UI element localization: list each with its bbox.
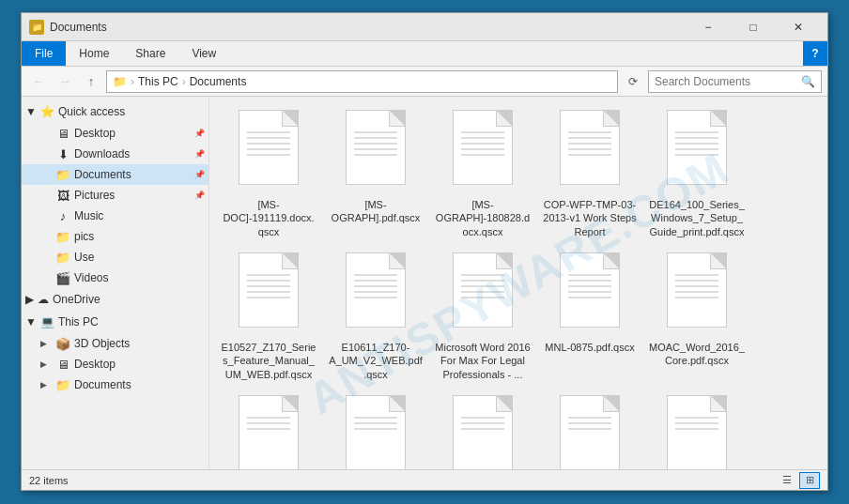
file-item[interactable]: DE164_100_Series_Windows_7_Setup_Guide_p… (645, 104, 749, 243)
file-item[interactable] (217, 389, 320, 469)
file-item[interactable] (538, 389, 641, 469)
pictures-icon: 🖼 (55, 189, 70, 203)
doc-icon (667, 252, 727, 328)
pics-icon: 📁 (55, 230, 70, 244)
sidebar-item-desktop[interactable]: 🖥 Desktop 📌 (22, 123, 208, 144)
minimize-button[interactable]: − (687, 13, 730, 41)
file-item[interactable]: [MS-OGRAPH]-180828.docx.qscx (431, 104, 534, 243)
file-item[interactable] (431, 389, 534, 469)
tab-file[interactable]: File (22, 41, 66, 66)
sidebar: ▼ ⭐ Quick access 🖥 Desktop 📌 ⬇ Downloads… (22, 97, 209, 469)
doc-icon (346, 395, 406, 469)
file-name: [MS-DOC]-191119.docx.qscx (221, 198, 316, 237)
thispc-chevron: ▼ (25, 315, 37, 328)
window-title: Documents (50, 21, 107, 34)
file-name: E10611_Z170-A_UM_V2_WEB.pdf.qscx (328, 341, 424, 380)
sidebar-item-videos[interactable]: 🎬 Videos (22, 267, 208, 288)
title-bar-icons: 📁 (29, 20, 44, 35)
path-separator-2: › (182, 75, 186, 88)
doc-icon (560, 252, 620, 328)
up-button[interactable]: ↑ (80, 70, 102, 93)
3dobjects-chevron: ▶ (40, 339, 52, 348)
path-thispc[interactable]: This PC (138, 75, 178, 88)
sidebar-item-pictures[interactable]: 🖼 Pictures 📌 (22, 185, 208, 206)
doc-icon (667, 110, 727, 185)
title-bar: 📁 Documents − □ ✕ (22, 13, 827, 41)
file-item[interactable] (324, 389, 427, 469)
doc-icon (453, 110, 513, 185)
address-path[interactable]: 📁 › This PC › Documents (106, 70, 618, 93)
pin-icon-3: 📌 (194, 170, 205, 179)
sidebar-item-use[interactable]: 📁 Use (22, 247, 208, 267)
file-item[interactable]: E10527_Z170_Series_Feature_Manual_UM_WEB… (217, 247, 320, 386)
file-item[interactable]: Microsoft Word 2016 For Max For Legal Pr… (431, 247, 534, 386)
explorer-window: 📁 Documents − □ ✕ File Home Share View ?… (21, 12, 828, 491)
doc-icon (239, 252, 299, 328)
file-name: E10527_Z170_Series_Feature_Manual_UM_WEB… (221, 341, 316, 380)
search-input[interactable] (655, 75, 797, 88)
quick-access-header[interactable]: ▼ ⭐ Quick access (22, 100, 208, 123)
path-documents[interactable]: Documents (190, 75, 247, 88)
file-thumb (663, 395, 731, 469)
tab-share[interactable]: Share (122, 41, 178, 66)
tab-view[interactable]: View (178, 41, 229, 66)
view-list-button[interactable]: ☰ (777, 472, 797, 489)
back-button[interactable]: ← (27, 70, 50, 93)
sidebar-item-music[interactable]: ♪ Music (22, 206, 208, 226)
file-grid: [MS-DOC]-191119.docx.qscx [MS-OGRAPH] (217, 104, 820, 469)
file-thumb (556, 110, 624, 194)
file-item[interactable]: COP-WFP-TMP-03-2013-v1 Work Steps Report… (538, 104, 641, 243)
path-separator-1: › (131, 75, 134, 88)
file-thumb (342, 252, 409, 337)
documents2-icon: 📁 (55, 378, 70, 392)
sidebar-item-documents[interactable]: 📁 Documents 📌 (22, 164, 208, 185)
maximize-button[interactable]: □ (732, 13, 775, 41)
window-icon: 📁 (29, 20, 44, 35)
file-item[interactable]: E10611_Z170-A_UM_V2_WEB.pdf.qscx (324, 247, 427, 386)
window-controls: − □ ✕ (687, 13, 820, 41)
close-button[interactable]: ✕ (777, 13, 820, 41)
sidebar-item-documents2[interactable]: ▶ 📁 Documents (22, 374, 208, 395)
quick-access-label: Quick access (58, 105, 125, 118)
ribbon-tabs: File Home Share View ? (22, 41, 827, 66)
onedrive-icon: ☁ (38, 293, 49, 306)
file-item[interactable] (645, 389, 749, 469)
quick-access-icon: ⭐ (40, 105, 54, 118)
file-thumb (663, 110, 731, 194)
tab-home[interactable]: Home (66, 41, 122, 66)
main-area: ▼ ⭐ Quick access 🖥 Desktop 📌 ⬇ Downloads… (22, 97, 827, 469)
sidebar-item-3d-objects[interactable]: ▶ 📦 3D Objects (22, 333, 208, 354)
search-icon: 🔍 (801, 75, 815, 88)
music-icon: ♪ (55, 209, 70, 223)
pin-icon-2: 📌 (194, 149, 205, 159)
file-thumb (663, 252, 731, 337)
quick-access-chevron: ▼ (25, 105, 37, 118)
sidebar-item-pics[interactable]: 📁 pics (22, 226, 208, 247)
pin-icon: 📌 (194, 129, 205, 138)
doc-icon (560, 110, 620, 185)
path-icon: 📁 (113, 75, 127, 88)
doc-icon (239, 395, 299, 469)
documents2-chevron: ▶ (40, 380, 52, 389)
file-thumb (235, 252, 302, 337)
documents-icon: 📁 (55, 168, 70, 182)
sidebar-item-downloads[interactable]: ⬇ Downloads 📌 (22, 144, 208, 164)
sidebar-item-desktop2[interactable]: ▶ 🖥 Desktop (22, 354, 208, 374)
file-thumb (235, 110, 302, 194)
help-button[interactable]: ? (803, 41, 827, 66)
file-item[interactable]: MNL-0875.pdf.qscx (538, 247, 641, 386)
doc-icon (560, 395, 620, 469)
onedrive-label: OneDrive (53, 293, 100, 306)
file-name: Microsoft Word 2016 For Max For Legal Pr… (435, 341, 531, 380)
refresh-button[interactable]: ⟳ (622, 70, 644, 93)
file-item[interactable]: [MS-OGRAPH].pdf.qscx (324, 104, 427, 243)
thispc-header[interactable]: ▼ 💻 This PC (22, 311, 208, 333)
view-grid-button[interactable]: ⊞ (799, 472, 820, 489)
forward-button[interactable]: → (54, 70, 76, 93)
file-item[interactable]: MOAC_Word_2016_Core.pdf.qscx (645, 247, 749, 386)
onedrive-header[interactable]: ▶ ☁ OneDrive (22, 288, 208, 311)
search-box[interactable]: 🔍 (648, 70, 822, 93)
file-thumb (556, 395, 624, 469)
file-item[interactable]: [MS-DOC]-191119.docx.qscx (217, 104, 320, 243)
downloads-icon: ⬇ (55, 147, 70, 161)
